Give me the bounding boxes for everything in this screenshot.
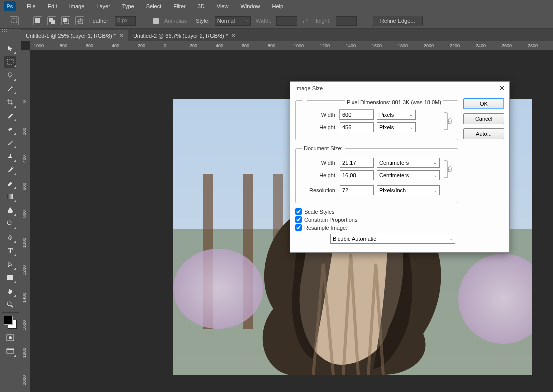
resolution-input[interactable] [340,185,374,195]
type-tool-icon[interactable]: T [4,245,16,257]
ok-button[interactable]: OK [464,98,504,109]
document-size-group: Document Size: Width: Centimeters⌄ Heigh… [296,145,458,203]
opt-height-label: Height: [314,18,331,24]
resample-checkbox[interactable] [296,224,302,231]
resample-label: Resample Image: [304,225,348,231]
menu-select[interactable]: Select [140,1,168,12]
link-icon[interactable] [442,111,453,132]
menu-image[interactable]: Image [64,1,91,12]
pen-tool-icon[interactable] [4,231,16,243]
menu-view[interactable]: View [211,1,235,12]
svg-rect-8 [8,59,14,64]
menu-layer[interactable]: Layer [90,1,116,12]
path-select-tool-icon[interactable] [4,258,16,270]
crop-tool-icon[interactable] [4,96,16,108]
scale-styles-label: Scale Styles [304,209,335,215]
doc-width-input[interactable] [340,158,374,168]
svg-rect-11 [8,194,14,199]
selection-add-icon[interactable] [48,16,56,25]
opt-height-input [336,16,357,26]
screenmode-icon[interactable] [4,345,16,357]
px-height-input[interactable] [340,122,374,132]
document-size-legend: Document Size: [302,145,345,151]
eraser-tool-icon[interactable] [4,177,16,189]
move-tool-icon[interactable] [4,42,16,54]
heal-tool-icon[interactable] [4,123,16,135]
doc-tab-2[interactable]: Untitled-2 @ 66,7% (Layer 2, RGB/8) * × [128,30,240,41]
menu-help[interactable]: Help [266,1,290,12]
dialog-title: Image Size [296,85,323,91]
selection-intersect-icon[interactable] [76,16,84,25]
doc-width-label: Width: [301,160,337,166]
close-icon[interactable]: ✕ [499,84,506,93]
zoom-tool-icon[interactable] [4,299,16,311]
swap-aspect-icon: ⇄ [302,17,308,25]
style-select[interactable]: Normal▾ [215,16,251,26]
doc-height-unit-select[interactable]: Centimeters⌄ [377,170,440,180]
menu-window[interactable]: Window [234,1,266,12]
menu-filter[interactable]: Filter [168,1,192,12]
app-logo: Ps [4,1,16,11]
constrain-checkbox[interactable] [296,216,302,223]
px-width-unit-select[interactable]: Pixels⌄ [377,110,416,120]
antialias-checkbox [153,18,160,24]
feather-input[interactable]: 0 px [115,16,136,26]
link-icon[interactable] [442,159,453,180]
menu-edit[interactable]: Edit [42,1,64,12]
shape-tool-icon[interactable] [4,272,16,284]
px-height-unit-select[interactable]: Pixels⌄ [377,122,416,132]
marquee-tool-icon[interactable] [4,56,16,68]
menu-file[interactable]: File [21,1,42,12]
resample-method-select[interactable]: Bicubic Automatic⌄ [330,234,456,244]
stamp-tool-icon[interactable] [4,150,16,162]
blur-tool-icon[interactable] [4,204,16,216]
gradient-tool-icon[interactable] [4,191,16,203]
hand-tool-icon[interactable] [4,285,16,297]
close-icon[interactable]: × [120,32,124,39]
dock-handle-icon[interactable] [2,29,8,33]
pixel-dimensions-group: . Pixel Dimensions: 801,3K (was 18,0M) W… [296,97,458,140]
eyedropper-tool-icon[interactable] [4,110,16,122]
svg-rect-18 [7,349,14,350]
feather-label: Feather: [90,18,110,24]
svg-point-16 [9,336,12,339]
opt-width-input [276,16,298,26]
menu-type[interactable]: Type [116,1,140,12]
scale-styles-checkbox[interactable] [296,208,302,215]
doc-width-unit-select[interactable]: Centimeters⌄ [377,158,440,168]
quickmask-icon[interactable] [4,332,16,344]
selection-subtract-icon[interactable] [62,16,70,25]
selection-new-icon[interactable] [34,16,42,25]
px-width-label: Width: [301,112,337,118]
px-width-input[interactable] [340,110,374,120]
refine-edge-button[interactable]: Refine Edge... [373,16,423,26]
close-icon[interactable]: × [232,32,236,39]
doc-height-label: Height: [301,172,337,178]
wand-tool-icon[interactable] [4,83,16,95]
ruler-vertical: 0 200 400 600 800 1000 1200 1400 1600 18… [21,50,30,392]
history-brush-tool-icon[interactable] [4,164,16,176]
pixel-dimensions-label: Pixel Dimensions: 801,3K (was 18,0M) [345,99,444,105]
lasso-tool-icon[interactable] [4,69,16,81]
brush-tool-icon[interactable] [4,137,16,149]
marquee-preset-icon[interactable] [10,16,19,25]
px-height-label: Height: [301,124,337,130]
resolution-unit-select[interactable]: Pixels/Inch⌄ [377,185,440,195]
cancel-button[interactable]: Cancel [464,113,504,124]
doc-tab-label: Untitled-1 @ 25% (Layer 1, RGB/8) * [26,33,116,39]
svg-rect-13 [8,275,14,280]
opt-width-label: Width: [256,18,272,24]
svg-rect-3 [51,20,55,24]
doc-height-input[interactable] [340,170,374,180]
auto-button[interactable]: Auto... [464,128,504,139]
svg-point-24 [174,249,264,329]
dodge-tool-icon[interactable] [4,218,16,230]
menu-3d[interactable]: 3D [192,1,211,12]
doc-tab-1[interactable]: Untitled-1 @ 25% (Layer 1, RGB/8) * × [21,30,128,41]
svg-rect-1 [36,18,40,23]
svg-rect-0 [12,19,17,23]
ruler-horizontal: 1000 800 600 400 200 0 200 400 600 800 1… [30,41,553,50]
doc-tab-label: Untitled-2 @ 66,7% (Layer 2, RGB/8) * [134,33,228,39]
constrain-label: Constrain Proportions [304,217,358,223]
color-swatches[interactable] [4,316,17,329]
